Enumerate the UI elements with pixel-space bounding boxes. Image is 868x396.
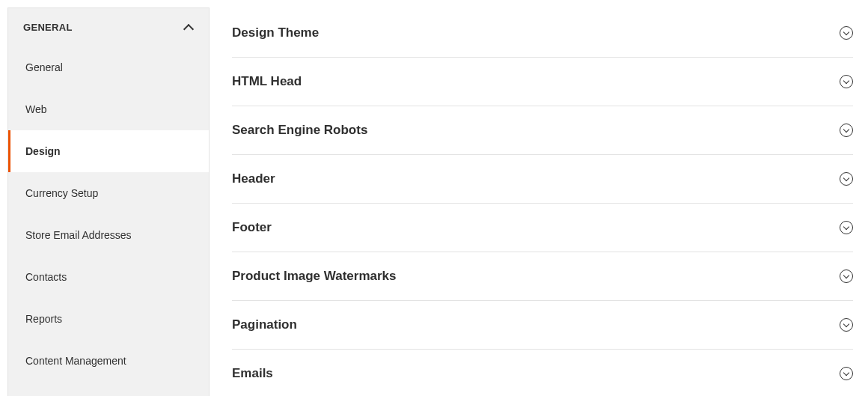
sidebar-item-label: General [25,61,63,73]
sidebar-item-content-management[interactable]: Content Management [8,340,209,382]
sidebar-item-label: Design [25,145,61,157]
section-product-image-watermarks[interactable]: Product Image Watermarks [232,252,853,301]
section-emails[interactable]: Emails [232,350,853,396]
section-title: Search Engine Robots [232,123,367,138]
sidebar-item-contacts[interactable]: Contacts [8,256,209,298]
sidebar-item-label: Content Management [25,355,126,367]
expand-circle-icon [840,26,853,40]
section-design-theme[interactable]: Design Theme [232,0,853,58]
sidebar-item-currency-setup[interactable]: Currency Setup [8,172,209,214]
section-title: Product Image Watermarks [232,269,397,284]
sidebar-item-label: Store Email Addresses [25,229,132,241]
expand-circle-icon [840,124,853,137]
section-footer[interactable]: Footer [232,204,853,252]
sidebar-item-label: Currency Setup [25,187,98,199]
expand-circle-icon [840,269,853,283]
sidebar-item-store-email-addresses[interactable]: Store Email Addresses [8,214,209,256]
section-title: Header [232,171,275,186]
sidebar-item-web[interactable]: Web [8,88,209,130]
sidebar-item-design[interactable]: Design [8,130,209,172]
sidebar-item-label: Web [25,103,47,115]
section-html-head[interactable]: HTML Head [232,58,853,106]
section-title: HTML Head [232,74,302,89]
section-title: Pagination [232,317,297,332]
section-search-engine-robots[interactable]: Search Engine Robots [232,106,853,155]
chevron-up-icon [183,22,194,33]
sidebar-item-general[interactable]: General [8,46,209,88]
sidebar-group-title: GENERAL [23,22,73,33]
main-content: Design ThemeHTML HeadSearch Engine Robot… [210,0,868,396]
sidebar: GENERAL GeneralWebDesignCurrency SetupSt… [7,7,210,396]
section-title: Footer [232,220,272,235]
sidebar-item-reports[interactable]: Reports [8,298,209,340]
expand-circle-icon [840,221,853,234]
expand-circle-icon [840,75,853,88]
sidebar-item-label: Reports [25,313,62,325]
expand-circle-icon [840,318,853,332]
section-pagination[interactable]: Pagination [232,301,853,350]
sidebar-items: GeneralWebDesignCurrency SetupStore Emai… [8,46,209,382]
expand-circle-icon [840,367,853,380]
section-title: Emails [232,366,273,381]
expand-circle-icon [840,172,853,186]
section-title: Design Theme [232,25,319,40]
sidebar-group-header-general[interactable]: GENERAL [8,8,209,46]
sidebar-item-label: Contacts [25,271,67,283]
section-header[interactable]: Header [232,155,853,204]
